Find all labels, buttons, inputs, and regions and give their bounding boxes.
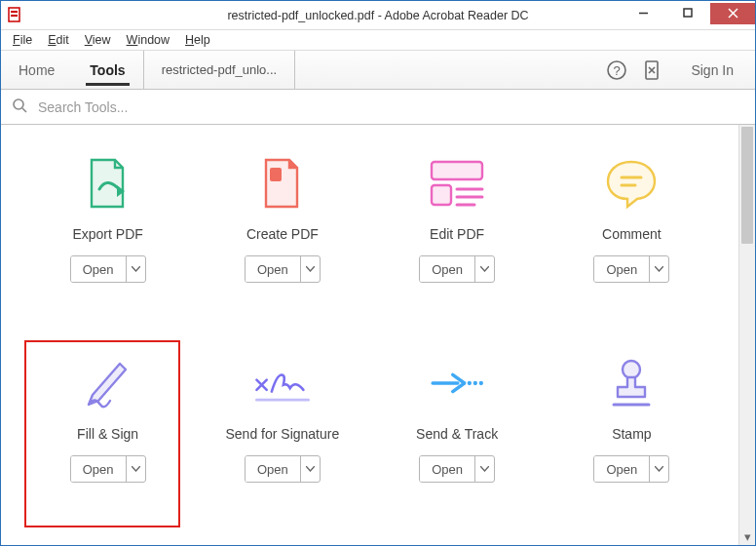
menu-window[interactable]: Window bbox=[119, 31, 177, 49]
chevron-down-icon[interactable] bbox=[649, 456, 668, 482]
open-button[interactable]: Open bbox=[245, 255, 321, 283]
close-button[interactable] bbox=[710, 3, 755, 24]
document-tab[interactable]: restricted-pdf_unlo... bbox=[143, 51, 296, 90]
svg-rect-4 bbox=[684, 9, 692, 17]
nav-tools[interactable]: Tools bbox=[72, 51, 142, 90]
open-button[interactable]: Open bbox=[419, 455, 495, 483]
search-icon bbox=[11, 97, 36, 117]
tool-edit-pdf[interactable]: Edit PDF Open bbox=[370, 146, 545, 346]
tool-create-pdf[interactable]: Create PDF Open bbox=[195, 146, 369, 346]
tool-fill-and-sign[interactable]: Fill & Sign Open bbox=[20, 346, 195, 545]
chevron-down-icon[interactable] bbox=[474, 256, 494, 282]
tool-label: Send for Signature bbox=[226, 426, 340, 442]
menu-file[interactable]: File bbox=[5, 31, 40, 49]
sign-in-button[interactable]: Sign In bbox=[669, 62, 755, 78]
tool-label: Create PDF bbox=[246, 226, 319, 242]
nav-home[interactable]: Home bbox=[1, 51, 72, 90]
export-pdf-icon bbox=[79, 154, 137, 213]
send-signature-icon bbox=[253, 354, 312, 412]
svg-point-26 bbox=[468, 381, 472, 385]
scroll-down-icon[interactable]: ▾ bbox=[739, 528, 755, 545]
vertical-scrollbar[interactable]: ▴ ▾ bbox=[738, 125, 755, 545]
svg-rect-15 bbox=[432, 162, 482, 179]
chevron-down-icon[interactable] bbox=[300, 256, 320, 282]
edit-pdf-icon bbox=[428, 154, 486, 213]
help-icon[interactable]: ? bbox=[599, 53, 634, 88]
open-button[interactable]: Open bbox=[593, 255, 669, 283]
svg-rect-1 bbox=[11, 11, 18, 13]
svg-rect-16 bbox=[432, 185, 451, 205]
stamp-icon bbox=[602, 354, 661, 412]
svg-line-13 bbox=[22, 108, 26, 112]
create-pdf-icon bbox=[253, 154, 312, 213]
menu-help[interactable]: Help bbox=[177, 31, 218, 49]
tool-label: Send & Track bbox=[416, 426, 498, 442]
open-button[interactable]: Open bbox=[419, 255, 495, 283]
chevron-down-icon[interactable] bbox=[474, 456, 494, 482]
tool-label: Export PDF bbox=[72, 226, 142, 242]
tool-stamp[interactable]: Stamp Open bbox=[545, 346, 719, 545]
svg-point-29 bbox=[623, 361, 640, 378]
svg-point-27 bbox=[473, 381, 477, 385]
open-button[interactable]: Open bbox=[245, 455, 321, 483]
tool-label: Comment bbox=[602, 226, 662, 242]
svg-point-12 bbox=[14, 99, 23, 109]
tool-send-and-track[interactable]: Send & Track Open bbox=[370, 346, 545, 545]
menu-edit[interactable]: Edit bbox=[40, 31, 77, 49]
menu-view[interactable]: View bbox=[77, 31, 119, 49]
tool-label: Edit PDF bbox=[430, 226, 484, 242]
maximize-button[interactable] bbox=[665, 3, 710, 24]
tool-export-pdf[interactable]: Export PDF Open bbox=[20, 146, 195, 346]
app-icon bbox=[7, 7, 24, 24]
svg-rect-14 bbox=[270, 168, 282, 181]
tool-comment[interactable]: Comment Open bbox=[545, 146, 719, 346]
tool-label: Stamp bbox=[612, 426, 651, 442]
mobile-icon[interactable] bbox=[634, 53, 669, 88]
comment-icon bbox=[602, 154, 661, 213]
chevron-down-icon[interactable] bbox=[300, 456, 320, 482]
svg-rect-2 bbox=[11, 15, 18, 17]
fill-sign-icon bbox=[79, 354, 137, 412]
menu-bar: File Edit View Window Help bbox=[1, 30, 755, 51]
chevron-down-icon[interactable] bbox=[649, 256, 668, 282]
tool-send-for-signature[interactable]: Send for Signature Open bbox=[195, 346, 369, 545]
scrollbar-thumb[interactable] bbox=[741, 127, 753, 244]
chevron-down-icon[interactable] bbox=[126, 456, 145, 482]
chevron-down-icon[interactable] bbox=[126, 256, 145, 282]
svg-point-28 bbox=[479, 381, 483, 385]
minimize-button[interactable] bbox=[621, 3, 665, 24]
send-track-icon bbox=[428, 354, 486, 412]
open-button[interactable]: Open bbox=[70, 255, 146, 283]
search-input[interactable] bbox=[36, 98, 745, 116]
open-button[interactable]: Open bbox=[593, 455, 669, 483]
svg-text:?: ? bbox=[614, 63, 621, 78]
tool-label: Fill & Sign bbox=[77, 426, 138, 442]
open-button[interactable]: Open bbox=[70, 455, 146, 483]
